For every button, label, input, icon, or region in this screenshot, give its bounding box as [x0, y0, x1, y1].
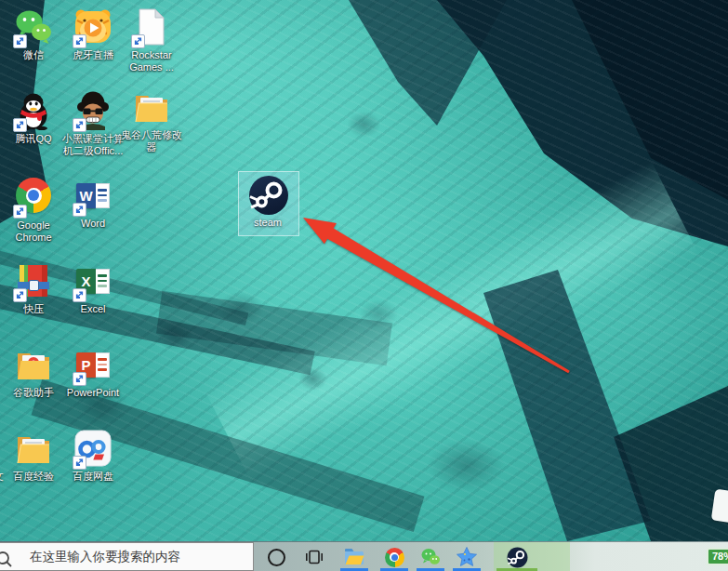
desktop-icon-rockstar-games[interactable]: RockstarGames ... — [100, 7, 203, 73]
chrome-icon — [385, 548, 404, 567]
desktop-icon-label: Excel — [42, 303, 144, 315]
percent-badge[interactable]: 78% — [707, 548, 728, 565]
shortcut-arrow-icon — [13, 118, 27, 132]
taskbar-button-file-explorer[interactable] — [338, 542, 370, 571]
shortcut-arrow-icon — [131, 34, 145, 48]
shortcut-arrow-icon — [73, 372, 86, 386]
taskbar-search[interactable] — [0, 542, 254, 571]
taskbar-button-task-view[interactable] — [298, 542, 330, 571]
task-view-icon — [305, 548, 324, 566]
file-explorer-icon — [343, 546, 365, 568]
partial-icon-label: 文 — [0, 470, 4, 484]
guigu-bahuang-trainer-icon — [132, 87, 171, 126]
desktop-icon-label: 鬼谷八荒修改器 — [100, 129, 203, 153]
word-icon: W — [73, 176, 113, 215]
taskbar-button-cortana[interactable] — [260, 542, 292, 571]
taskbar-button-wechat[interactable] — [415, 542, 446, 571]
cortana-icon — [268, 549, 285, 566]
desktop-icon-excel[interactable]: XExcel — [42, 261, 144, 315]
shortcut-arrow-icon — [73, 34, 86, 48]
steam-icon — [248, 175, 287, 214]
desktop-icon-steam[interactable]: steam — [217, 175, 319, 229]
baidu-netdisk-icon — [73, 429, 113, 468]
desktop-icon-label: 百度网盘 — [42, 471, 144, 483]
shortcut-arrow-icon — [73, 288, 86, 302]
desktop-icon-label: PowerPoint — [42, 387, 144, 399]
desktop-icon-word[interactable]: WWord — [42, 176, 144, 230]
shortcut-arrow-icon — [73, 118, 86, 132]
desktop-icon-baidu-netdisk[interactable]: 百度网盘 — [42, 429, 144, 483]
star-app-icon — [456, 546, 478, 568]
taskbar-button-steam[interactable] — [501, 542, 533, 571]
shortcut-arrow-icon — [13, 34, 27, 48]
desktop-icon-label: Word — [42, 218, 144, 230]
desktop-icon-label: RockstarGames ... — [100, 49, 203, 73]
desktop-icon-guigu-bahuang-trainer[interactable]: 鬼谷八荒修改器 — [100, 87, 203, 153]
taskbar — [0, 541, 728, 571]
shortcut-arrow-icon — [73, 203, 86, 217]
wechat-icon — [420, 547, 441, 567]
search-input[interactable] — [28, 549, 245, 564]
steam-icon — [507, 547, 528, 568]
rockstar-games-icon — [132, 7, 171, 46]
powerpoint-icon: P — [73, 345, 113, 384]
search-icon — [0, 550, 14, 570]
excel-icon: X — [73, 261, 113, 300]
windows-desktop-screen: 微信虎牙直播RockstarGames ...腾讯QQ小黑课堂计算机二级Offi… — [0, 0, 728, 571]
desktop: 微信虎牙直播RockstarGames ...腾讯QQ小黑课堂计算机二级Offi… — [0, 0, 728, 541]
taskbar-button-star-app[interactable] — [451, 542, 483, 571]
shortcut-arrow-icon — [13, 288, 27, 302]
shortcut-arrow-icon — [73, 456, 86, 470]
shortcut-arrow-icon — [13, 205, 27, 219]
desktop-icon-powerpoint[interactable]: PPowerPoint — [42, 345, 144, 399]
taskbar-button-chrome[interactable] — [378, 542, 410, 571]
